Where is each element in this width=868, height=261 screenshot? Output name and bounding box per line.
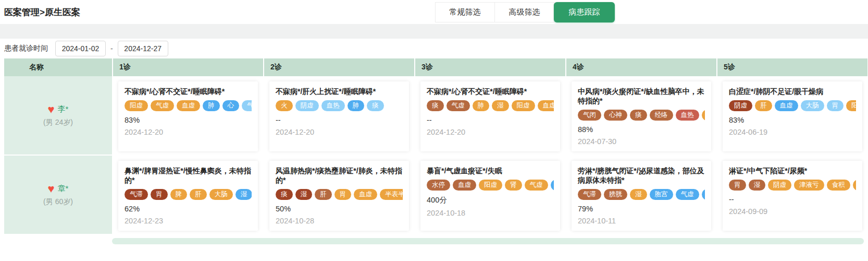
visit-date-label: 患者就诊时间 [4,44,48,53]
visit-card[interactable]: 不寐病*/心肾不交证*/睡眠障碍*痰气虚肺湿阳虚血虚--2024-12-20 [420,81,560,151]
diagnosis-tag: 胃 [151,189,168,200]
diagnosis-tag: 气虚 [676,189,699,200]
patient-name[interactable]: 李* [58,104,69,114]
diagnosis-tag: 阳亢 [846,100,856,111]
visit-card[interactable]: 暴盲*/气虚血瘀证*/失眠水停血虚阳虚肾气虚痰400分2024-10-18 [420,161,560,231]
diagnosis-tag: 大肠 [702,189,705,200]
diagnosis-tag: 痰 [551,180,554,191]
tag-list: 胃湿阴虚津液亏食积气虚 [729,180,856,191]
diagnosis-tag: 津液亏 [794,180,824,191]
visit-title: 淋证*/中气下陷证*/尿频* [729,166,856,175]
visit-date: 2024-07-30 [578,137,705,146]
diagnosis-tag: 气虚 [853,180,857,191]
diagnosis-tag: 痰 [630,110,647,121]
match-score: 400分 [427,195,554,205]
header-cell-visit-1: 1诊 [112,58,263,76]
visit-title: 中风病*/痰火瘀闭证*/缺血性脑卒中，未特指的* [578,87,705,105]
diagnosis-tag: 痰 [276,189,293,200]
visit-cell: 淋证*/中气下陷证*/尿频*胃湿阴虚津液亏食积气虚--2024-09-09 [716,156,867,235]
diagnosis-tag: 心神 [604,110,627,121]
match-score: -- [427,116,554,124]
diagnosis-tag: 阴虚 [295,100,319,111]
filter-tab-advanced[interactable]: 高级筛选 [494,2,554,22]
diagnosis-tag: 阳虚 [125,100,148,111]
visit-card[interactable]: 不寐病*/心肾不交证*/睡眠障碍*阳虚气虚血虚肺心气滞83%2024-12-20 [118,81,258,151]
favorite-heart-icon[interactable]: ♥ [48,183,55,195]
tag-list: 水停血虚阳虚肾气虚痰 [427,180,554,191]
diagnosis-tag: 阳虚 [479,180,502,191]
diagnosis-tag: 血热 [676,110,699,121]
diagnosis-tag: 经络 [650,110,673,121]
diagnosis-tag: 气滞 [578,189,601,200]
diagnosis-tag: 膀胱 [604,189,627,200]
header-cell-name: 名称 [4,58,112,76]
visit-cell: 风温肺热病*/痰热壅肺证*/肺炎，未特指的*痰湿肝胃血虚半表半里50%2024-… [263,156,414,235]
filter-tab-regular[interactable]: 常规筛选 [435,2,495,22]
diagnosis-tag: 肺 [203,100,220,111]
match-score: -- [276,116,403,124]
diagnosis-tag: 血热 [321,100,345,111]
tag-list: 气滞膀胱湿胞宫气虚大肠 [578,189,705,200]
header-cell-visit-3: 3诊 [414,58,565,76]
visit-card[interactable]: 风温肺热病*/痰热壅肺证*/肺炎，未特指的*痰湿肝胃血虚半表半里50%2024-… [269,161,409,231]
match-score: -- [729,195,856,204]
match-score: 62% [125,205,252,213]
diagnosis-tag: 血虚 [775,100,798,111]
patient-meta: (男 60岁) [43,197,73,207]
filter-tab-patient-tracking[interactable]: 病患跟踪 [554,2,615,22]
visit-title: 风温肺热病*/痰热壅肺证*/肺炎，未特指的* [276,166,403,185]
top-bar: 医案管理>原生医案 常规筛选 高级筛选 病患跟踪 [0,0,868,24]
diagnosis-tag: 肝 [315,189,332,200]
visit-card[interactable]: 不寐病*/肝火上扰证*/睡眠障碍*火阴虚血热肺痰--2024-12-20 [269,81,409,151]
tag-list: 火阴虚血热肺痰 [276,100,403,111]
diagnosis-tag: 气滞 [242,100,252,111]
visit-card[interactable]: 劳淋*/膀胱气闭证*/泌尿道感染，部位及病原体未特指*气滞膀胱湿胞宫气虚大肠79… [572,161,711,231]
diagnosis-tag: 胃 [729,180,746,191]
header-cell-visit-2: 2诊 [263,58,414,76]
diagnosis-tag: 胞宫 [650,189,673,200]
horizontal-scrollbar[interactable] [112,238,864,244]
date-start-input[interactable] [55,41,106,56]
diagnosis-tag: 湿 [630,189,647,200]
diagnosis-tag: 大肠 [209,189,233,200]
date-range-separator: - [110,44,113,53]
case-table: 名称 1诊 2诊 3诊 4诊 5诊 ♥李*(男 24岁)不寐病*/心肾不交证*/… [4,58,867,235]
match-score: 83% [729,116,856,124]
date-end-input[interactable] [118,41,168,56]
visit-cell: 白涩症*/肺阴不足证/眼干燥病阴虚肝血虚大肠胃阳亢83%2024-06-19 [716,76,867,156]
diagnosis-tag: 湿 [749,180,766,191]
visit-cell: 不寐病*/心肾不交证*/睡眠障碍*痰气虚肺湿阳虚血虚--2024-12-20 [414,76,565,156]
diagnosis-tag: 血虚 [354,189,377,200]
match-score: 83% [125,116,252,124]
diagnosis-tag: 痰 [367,100,384,111]
diagnosis-tag: 气虚 [151,100,174,111]
diagnosis-tag: 水停 [427,180,450,191]
match-score: 88% [578,125,705,134]
diagnosis-tag: 血虚 [538,100,554,111]
patient-name[interactable]: 章* [58,184,69,194]
diagnosis-tag: 气虚 [447,100,470,111]
diagnosis-tag: 肺 [473,100,490,111]
table-header-row: 名称 1诊 2诊 3诊 4诊 5诊 [4,58,867,76]
visit-card[interactable]: 白涩症*/肺阴不足证/眼干燥病阴虚肝血虚大肠胃阳亢83%2024-06-19 [723,81,862,151]
diagnosis-tag: 肝 [190,189,207,200]
diagnosis-tag: 动风 [702,110,705,121]
diagnosis-tag: 食积 [827,180,850,191]
visit-cell: 不寐病*/心肾不交证*/睡眠障碍*阳虚气虚血虚肺心气滞83%2024-12-20 [112,76,263,156]
visit-card[interactable]: 淋证*/中气下陷证*/尿频*胃湿阴虚津液亏食积气虚--2024-09-09 [723,161,862,231]
patient-cell: ♥李*(男 24岁) [4,76,112,156]
visit-card[interactable]: 中风病*/痰火瘀闭证*/缺血性脑卒中，未特指的*气闭心神痰经络血热动风88%20… [572,81,711,151]
filter-tab-group: 常规筛选 高级筛选 病患跟踪 [435,2,615,22]
tag-list: 气闭心神痰经络血热动风 [578,110,705,121]
diagnosis-tag: 肺 [348,100,365,111]
header-cell-visit-4: 4诊 [565,58,716,76]
visit-card[interactable]: 鼻渊*/脾胃湿热证*/慢性鼻窦炎，未特指的*气滞胃脾肝大肠湿上焦62%2024-… [118,161,258,231]
visit-title: 不寐病*/肝火上扰证*/睡眠障碍* [276,87,403,96]
match-score: 79% [578,205,705,213]
match-score: 50% [276,205,403,213]
favorite-heart-icon[interactable]: ♥ [48,104,55,115]
visit-date: 2024-12-23 [125,217,252,225]
table-row: ♥章*(男 60岁)鼻渊*/脾胃湿热证*/慢性鼻窦炎，未特指的*气滞胃脾肝大肠湿… [4,156,867,235]
header-cell-visit-5: 5诊 [716,58,867,76]
diagnosis-tag: 气闭 [578,110,601,121]
